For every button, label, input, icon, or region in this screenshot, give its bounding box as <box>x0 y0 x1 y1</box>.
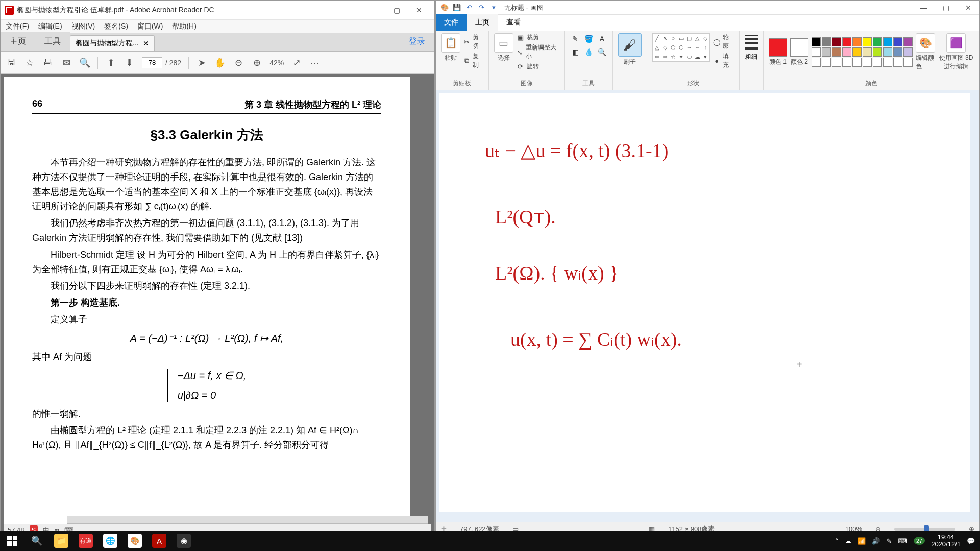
menu-window[interactable]: 窗口(W) <box>137 22 163 31</box>
palette-empty[interactable] <box>873 58 882 67</box>
palette-empty[interactable] <box>852 58 862 67</box>
taskbar-paint[interactable]: 🎨 <box>122 531 147 551</box>
star-icon[interactable]: ☆ <box>24 57 35 68</box>
palette-swatch[interactable] <box>893 37 902 46</box>
menu-view[interactable]: 视图(V) <box>71 22 95 31</box>
edit-colors-button[interactable]: 🎨 编辑颜色 <box>916 33 935 71</box>
menu-sign[interactable]: 签名(S) <box>104 22 128 31</box>
resize-button[interactable]: ⤡重新调整大小 <box>517 43 559 61</box>
mail-icon[interactable]: ✉ <box>61 57 72 68</box>
palette-empty[interactable] <box>903 58 913 67</box>
menu-help[interactable]: 帮助(H) <box>172 22 196 31</box>
palette-swatch[interactable] <box>863 47 872 57</box>
tray-keyboard-icon[interactable]: ⌨ <box>898 537 908 545</box>
paint-close-button[interactable]: ✕ <box>957 1 979 15</box>
brush-button[interactable]: 🖌 刷子 <box>618 33 642 66</box>
fit-icon[interactable]: ⤢ <box>291 57 302 68</box>
palette-swatch[interactable] <box>832 37 841 46</box>
picker-tool[interactable]: 💧 <box>583 46 594 58</box>
fill-tool[interactable]: 🪣 <box>583 33 594 44</box>
paint3d-button[interactable]: 🟪 使用画图 3D 进行编辑 <box>938 33 974 71</box>
color-palette[interactable] <box>812 37 913 67</box>
zoom-in-icon[interactable]: ⊕ <box>251 57 262 68</box>
login-link[interactable]: 登录 <box>400 32 434 51</box>
paint-canvas[interactable]: uₜ − △u = f(x, t) (3.1-1) L²(Qᴛ). L²(Ω).… <box>439 93 970 512</box>
taskbar-explorer[interactable]: 📁 <box>49 531 74 551</box>
rotate-button[interactable]: ⟳旋转 <box>517 62 559 71</box>
palette-empty[interactable] <box>883 58 892 67</box>
palette-empty[interactable] <box>832 58 841 67</box>
palette-swatch[interactable] <box>883 47 892 57</box>
palette-swatch[interactable] <box>903 47 913 57</box>
color1-button[interactable]: 颜色 1 <box>769 38 787 66</box>
palette-empty[interactable] <box>822 58 831 67</box>
palette-swatch[interactable] <box>842 47 851 57</box>
copy-button[interactable]: ⧉复制 <box>463 52 483 69</box>
palette-empty[interactable] <box>863 58 872 67</box>
zoom-slider[interactable] <box>894 528 955 531</box>
palette-swatch[interactable] <box>852 47 862 57</box>
zoom-out-icon[interactable]: ⊖ <box>233 57 244 68</box>
palette-swatch[interactable] <box>883 37 892 46</box>
palette-swatch[interactable] <box>873 47 882 57</box>
print-icon[interactable]: 🖶 <box>42 57 54 68</box>
tray-ime-icon[interactable]: ✎ <box>886 537 892 545</box>
hand-icon[interactable]: ✋ <box>214 57 226 68</box>
palette-swatch[interactable] <box>852 37 862 46</box>
taskbar-acrobat[interactable]: A <box>147 531 172 551</box>
tab-file[interactable]: 文件 <box>436 14 467 31</box>
taskbar-search-icon[interactable]: 🔍 <box>24 531 49 551</box>
tray-badge[interactable]: 27 <box>914 537 925 545</box>
crop-button[interactable]: ▣裁剪 <box>517 33 559 42</box>
tray-chevron-icon[interactable]: ˄ <box>835 537 839 545</box>
tray-volume-icon[interactable]: 🔊 <box>872 537 880 545</box>
palette-swatch[interactable] <box>873 37 882 46</box>
taskbar-clock[interactable]: 19:44 2020/12/1 <box>931 534 961 548</box>
palette-empty[interactable] <box>842 58 851 67</box>
paint-canvas-area[interactable]: uₜ − △u = f(x, t) (3.1-1) L²(Qᴛ). L²(Ω).… <box>436 90 979 522</box>
qat-redo-icon[interactable]: ↷ <box>477 3 486 12</box>
palette-swatch[interactable] <box>832 47 841 57</box>
tab-document[interactable]: 椭圆与抛物型方程... ✕ <box>70 35 155 51</box>
minimize-button[interactable]: — <box>363 3 385 17</box>
qat-save-icon[interactable]: 💾 <box>452 3 461 12</box>
menu-edit[interactable]: 编辑(E) <box>38 22 62 31</box>
tray-onedrive-icon[interactable]: ☁ <box>845 537 851 545</box>
start-button[interactable] <box>0 531 24 551</box>
notifications-icon[interactable]: 💬 <box>967 537 975 545</box>
pencil-tool[interactable]: ✎ <box>570 33 581 44</box>
palette-swatch[interactable] <box>812 47 821 57</box>
tab-tools[interactable]: 工具 <box>35 32 70 51</box>
palette-empty[interactable] <box>893 58 902 67</box>
magnify-tool[interactable]: 🔍 <box>596 46 607 58</box>
tab-home[interactable]: 主页 <box>467 14 498 31</box>
page-down-icon[interactable]: ⬇ <box>124 57 135 68</box>
palette-swatch[interactable] <box>842 37 851 46</box>
shapes-gallery[interactable]: ╱∿○▭▢△◇ △◇⬠⬡→←↑ ⇦⇨☆✦⬭☁▾ <box>652 33 709 62</box>
cut-button[interactable]: ✂剪切 <box>463 33 483 51</box>
palette-swatch[interactable] <box>903 37 913 46</box>
fill-shape-button[interactable]: ●填充 <box>713 52 734 69</box>
pointer-icon[interactable]: ➤ <box>196 57 207 68</box>
palette-swatch[interactable] <box>822 47 831 57</box>
acrobat-viewport[interactable]: 66 第 3 章 线性抛物型方程的 L² 理论 §3.3 Galerkin 方法… <box>1 74 434 535</box>
taskbar-youdao[interactable]: 有道 <box>74 531 98 551</box>
palette-swatch[interactable] <box>863 37 872 46</box>
outline-button[interactable]: ◯轮廓 <box>713 33 734 51</box>
color2-button[interactable]: 颜色 2 <box>790 38 808 66</box>
zoom-pct[interactable]: 42% <box>270 59 284 67</box>
tab-close-icon[interactable]: ✕ <box>143 39 149 47</box>
search-icon[interactable]: 🔍 <box>79 57 90 68</box>
page-up-icon[interactable]: ⬆ <box>105 57 116 68</box>
palette-swatch[interactable] <box>822 37 831 46</box>
page-input[interactable] <box>142 57 162 68</box>
close-button[interactable]: ✕ <box>408 3 430 17</box>
paint-maximize-button[interactable]: ▢ <box>935 1 957 15</box>
tab-view[interactable]: 查看 <box>498 14 529 31</box>
qat-undo-icon[interactable]: ↶ <box>464 3 474 12</box>
stroke-button[interactable]: 粗细 <box>745 33 758 61</box>
save-icon[interactable]: 🖫 <box>6 57 17 68</box>
select-button[interactable]: ▭ 选择 <box>494 33 513 62</box>
eraser-tool[interactable]: ◧ <box>570 46 581 58</box>
palette-swatch[interactable] <box>812 37 821 46</box>
